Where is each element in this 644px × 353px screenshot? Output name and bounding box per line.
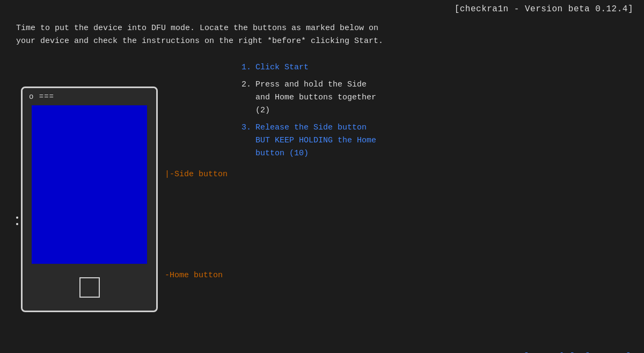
app-container: [checkra1n - Version beta 0.12.4] Time t…: [0, 0, 644, 353]
step1-number: 1.: [241, 61, 251, 74]
step3-text-block: Release the Side button BUT KEEP HOLDING…: [255, 121, 376, 160]
step3-line3: button (10): [255, 147, 376, 160]
phone-screen: [32, 105, 147, 264]
phone-wrapper: o === |-Side button -Home button: [21, 87, 158, 312]
start-button[interactable]: [ Start ]: [583, 351, 633, 353]
side-button-label: |-Side button: [165, 170, 228, 179]
step2-text-block: Press and hold the Side and Home buttons…: [255, 78, 376, 117]
phone-top-bar: o ===: [23, 88, 156, 105]
side-btn-dot-1: [16, 217, 18, 219]
instruction-line1: Time to put the device into DFU mode. Lo…: [16, 22, 628, 35]
home-button-square: [79, 277, 100, 298]
step2-line2: and Home buttons together: [255, 91, 376, 104]
step3-line1: Release the Side button: [255, 121, 376, 134]
phone-frame: o ===: [21, 87, 158, 312]
step3-number: 3.: [241, 121, 251, 160]
step1-item: 1. Click Start: [241, 61, 628, 74]
title-bar: [checkra1n - Version beta 0.12.4]: [0, 0, 644, 14]
home-button-label: -Home button: [165, 271, 223, 280]
steps-area: 1. Click Start 2. Press and hold the Sid…: [241, 59, 628, 340]
step1-text: Click Start: [255, 61, 309, 74]
side-button-markers: [16, 217, 18, 225]
step2-number: 2.: [241, 78, 251, 117]
title-text: [checkra1n - Version beta 0.12.4]: [455, 4, 633, 14]
device-area: o === |-Side button -Home button: [16, 59, 220, 340]
instructions-text: Time to put the device into DFU mode. Lo…: [16, 22, 628, 48]
main-content: Time to put the device into DFU mode. Lo…: [0, 14, 644, 345]
step3-line2: BUT KEEP HOLDING the Home: [255, 134, 376, 147]
footer-buttons: [ Cancel ] [ Start ]: [0, 345, 644, 353]
cancel-button[interactable]: [ Cancel ]: [522, 351, 577, 353]
step2-line1: Press and hold the Side: [255, 78, 376, 91]
phone-bottom: [23, 264, 156, 311]
phone-top-icons: o ===: [29, 92, 54, 101]
step2-line3: (2): [255, 104, 376, 117]
body-section: o === |-Side button -Home button: [16, 59, 628, 340]
side-btn-dot-2: [16, 223, 18, 225]
instruction-line2: your device and check the instructions o…: [16, 35, 628, 48]
step2-item: 2. Press and hold the Side and Home butt…: [241, 78, 628, 117]
step3-item: 3. Release the Side button BUT KEEP HOLD…: [241, 121, 628, 160]
